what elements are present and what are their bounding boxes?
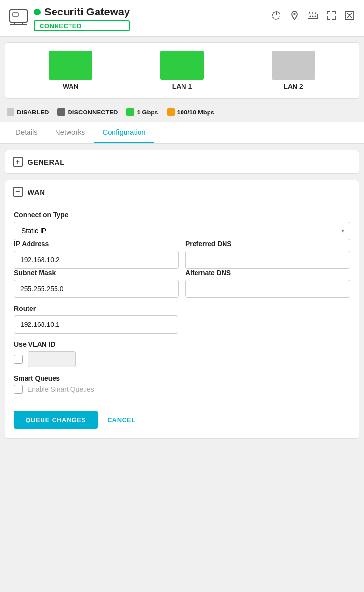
alternate-dns-label: Alternate DNS [185, 269, 350, 277]
preferred-dns-col: Preferred DNS [185, 240, 350, 269]
vlan-input[interactable] [28, 351, 76, 367]
port-wan-indicator [49, 51, 92, 80]
svg-point-11 [315, 16, 316, 17]
router-input[interactable] [14, 315, 178, 334]
queue-changes-button[interactable]: QUEUE CHANGES [14, 411, 98, 429]
wan-section-label: WAN [28, 188, 45, 196]
port-lan1: LAN 1 [160, 51, 204, 90]
ip-address-input[interactable] [14, 251, 179, 269]
svg-rect-1 [13, 13, 18, 16]
legend-100mbps-icon [167, 108, 175, 116]
wan-content: Connection Type Static IP DHCP PPPoE ▾ I… [5, 203, 359, 403]
tab-bar: Details Networks Configuration [0, 122, 364, 144]
svg-point-9 [310, 16, 311, 17]
general-expand-icon[interactable]: + [13, 157, 23, 167]
legend-disabled-label: DISABLED [17, 109, 49, 116]
connection-type-select[interactable]: Static IP DHCP PPPoE [14, 222, 350, 240]
bottom-buttons: QUEUE CHANGES CANCEL [5, 403, 359, 438]
connection-dot [34, 9, 41, 15]
app-title-text: Securiti Gateway [44, 6, 130, 18]
tab-details[interactable]: Details [7, 122, 46, 143]
general-section-label: GENERAL [28, 158, 65, 166]
port-lan2: LAN 2 [272, 51, 315, 90]
svg-point-10 [312, 16, 314, 17]
wan-section-header[interactable]: − WAN [5, 180, 359, 203]
smart-queues-checkbox[interactable] [14, 385, 23, 394]
vlan-label: Use VLAN ID [14, 340, 350, 348]
tab-configuration[interactable]: Configuration [94, 122, 154, 143]
connection-type-wrapper: Static IP DHCP PPPoE ▾ [14, 222, 350, 240]
port-lan1-indicator [160, 51, 204, 80]
ip-address-label: IP Address [14, 240, 179, 248]
location-icon[interactable] [288, 9, 301, 22]
close-icon[interactable] [343, 9, 356, 22]
general-section: + GENERAL [5, 150, 359, 174]
subnet-mask-label: Subnet Mask [14, 269, 179, 277]
port-wan-label: WAN [63, 83, 79, 90]
legend-disabled: DISABLED [7, 108, 49, 116]
cancel-button[interactable]: CANCEL [107, 416, 136, 423]
connected-badge: CONNECTED [34, 20, 130, 31]
legend-disconnected-icon [57, 108, 65, 116]
smart-queues-label: Smart Queues [14, 374, 350, 382]
wan-collapse-icon[interactable]: − [13, 187, 23, 197]
smart-queues-checkbox-label: Enable Smart Queues [28, 385, 94, 393]
router-icon[interactable] [306, 9, 320, 22]
port-status-section: WAN LAN 1 LAN 2 [5, 42, 359, 99]
legend-disconnected-label: DISCONNECTED [68, 109, 118, 116]
header-left: Securiti Gateway CONNECTED [8, 6, 130, 31]
wan-section: − WAN Connection Type Static IP DHCP PPP… [5, 180, 359, 439]
subnet-altdns-row: Subnet Mask Alternate DNS [14, 269, 350, 298]
legend-disabled-icon [7, 108, 14, 116]
router-input-wrap [14, 315, 178, 334]
port-wan: WAN [49, 51, 92, 90]
header-actions [269, 6, 356, 22]
device-icon [8, 6, 29, 27]
legend-disconnected: DISCONNECTED [57, 108, 118, 116]
port-lan2-indicator [272, 51, 315, 80]
subnet-mask-col: Subnet Mask [14, 269, 179, 298]
legend-100mbps-label: 100/10 Mbps [177, 109, 214, 116]
app-header: Securiti Gateway CONNECTED [0, 0, 364, 37]
ip-address-col: IP Address [14, 240, 179, 269]
port-lan2-label: LAN 2 [283, 83, 303, 90]
ip-dns-row: IP Address Preferred DNS [14, 240, 350, 269]
router-label: Router [14, 305, 350, 312]
legend-1gbps-label: 1 Gbps [137, 109, 158, 116]
legend-1gbps: 1 Gbps [126, 108, 158, 116]
svg-point-7 [294, 13, 295, 15]
general-section-header[interactable]: + GENERAL [5, 150, 359, 173]
port-lan1-label: LAN 1 [172, 83, 192, 90]
header-title-block: Securiti Gateway CONNECTED [34, 6, 130, 31]
port-legend: DISABLED DISCONNECTED 1 Gbps 100/10 Mbps [0, 104, 364, 122]
app-title: Securiti Gateway [34, 6, 130, 18]
legend-1gbps-icon [126, 108, 134, 116]
alternate-dns-input[interactable] [185, 280, 350, 298]
subnet-mask-input[interactable] [14, 280, 179, 298]
alternate-dns-col: Alternate DNS [185, 269, 350, 298]
preferred-dns-label: Preferred DNS [185, 240, 350, 248]
legend-100mbps: 100/10 Mbps [167, 108, 214, 116]
smart-queues-row: Enable Smart Queues [14, 385, 350, 394]
vlan-checkbox[interactable] [14, 355, 23, 364]
preferred-dns-input[interactable] [185, 251, 350, 269]
expand-icon[interactable] [324, 9, 338, 22]
power-icon[interactable] [269, 9, 283, 22]
connection-type-label: Connection Type [14, 211, 350, 219]
tab-networks[interactable]: Networks [46, 122, 94, 143]
vlan-row [14, 351, 350, 367]
